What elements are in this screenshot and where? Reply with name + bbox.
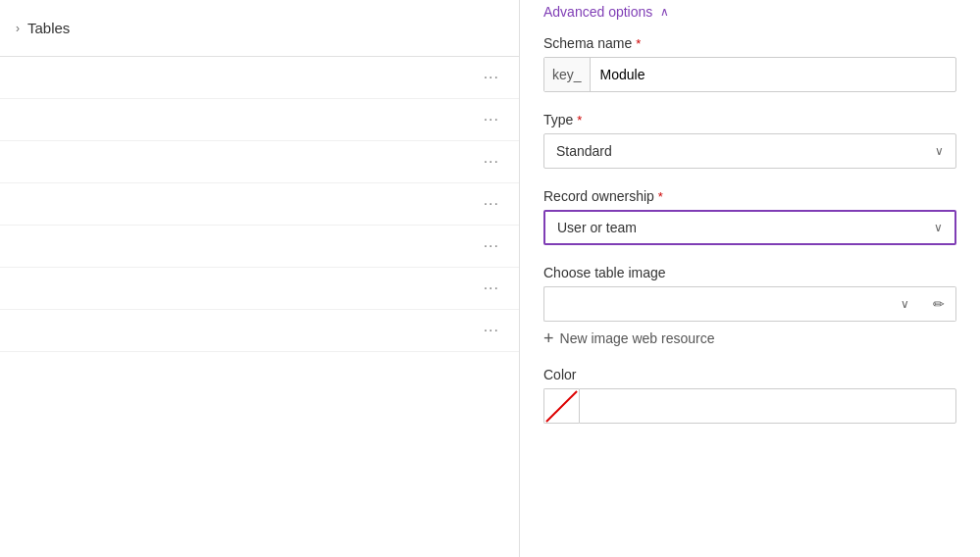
required-indicator: * <box>636 36 641 51</box>
tables-label: Tables <box>27 20 70 36</box>
type-label: Type * <box>543 112 956 127</box>
new-image-link[interactable]: + New image web resource <box>543 329 956 347</box>
record-ownership-label: Record ownership * <box>543 188 956 204</box>
list-item: ··· <box>0 183 519 226</box>
color-input[interactable] <box>579 388 956 424</box>
advanced-options-toggle[interactable]: Advanced options ∧ <box>543 0 956 35</box>
plus-icon: + <box>543 329 554 347</box>
schema-name-input[interactable] <box>591 67 955 82</box>
row-menu-icon[interactable]: ··· <box>484 195 499 213</box>
required-indicator: * <box>577 113 582 127</box>
color-row <box>543 388 956 424</box>
new-image-label: New image web resource <box>560 330 715 346</box>
list-item: ··· <box>0 141 519 183</box>
type-dropdown-value: Standard <box>556 143 612 159</box>
row-menu-icon[interactable]: ··· <box>484 153 499 171</box>
choose-table-image-group: Choose table image ∨ ✏ + New image web r… <box>543 265 956 347</box>
dots-rows: ··· ··· ··· ··· ··· ··· ··· <box>0 57 519 352</box>
record-ownership-group: Record ownership * User or team ∨ <box>543 188 956 245</box>
record-ownership-dropdown[interactable]: User or team ∨ <box>543 210 956 245</box>
edit-icon: ✏ <box>933 296 945 312</box>
list-item: ··· <box>0 57 519 99</box>
type-chevron-down-icon: ∨ <box>935 144 944 158</box>
list-item: ··· <box>0 99 519 141</box>
choose-table-image-label: Choose table image <box>543 265 956 280</box>
color-swatch[interactable] <box>543 388 579 424</box>
required-indicator: * <box>658 189 663 204</box>
list-item: ··· <box>0 226 519 268</box>
list-item: ··· <box>0 310 519 352</box>
row-menu-icon[interactable]: ··· <box>484 237 499 255</box>
schema-name-group: Schema name * key_ <box>543 35 956 92</box>
left-panel: › Tables ··· ··· ··· ··· ··· ··· ··· <box>0 0 520 557</box>
schema-name-label: Schema name * <box>543 35 956 51</box>
color-group: Color <box>543 367 956 424</box>
color-label: Color <box>543 367 956 382</box>
row-menu-icon[interactable]: ··· <box>484 322 499 339</box>
type-group: Type * Standard ∨ <box>543 112 956 169</box>
row-menu-icon[interactable]: ··· <box>484 69 499 86</box>
right-panel: Advanced options ∧ Schema name * key_ Ty… <box>520 0 980 557</box>
list-item: ··· <box>0 268 519 310</box>
record-ownership-chevron-down-icon: ∨ <box>934 221 943 234</box>
table-image-chevron-down-icon: ∨ <box>901 297 909 311</box>
tables-section[interactable]: › Tables <box>0 0 519 56</box>
tables-expand-icon[interactable]: › <box>16 22 20 35</box>
advanced-options-chevron-icon: ∧ <box>660 5 669 19</box>
schema-name-input-container: key_ <box>543 57 956 92</box>
schema-prefix: key_ <box>544 58 591 91</box>
row-menu-icon[interactable]: ··· <box>484 111 499 128</box>
row-menu-icon[interactable]: ··· <box>484 279 499 297</box>
type-dropdown[interactable]: Standard ∨ <box>543 133 956 169</box>
table-image-edit-button[interactable]: ✏ <box>921 286 956 322</box>
advanced-options-label: Advanced options <box>543 4 652 20</box>
table-image-dropdown[interactable]: ∨ <box>543 286 921 322</box>
record-ownership-value: User or team <box>557 220 637 235</box>
table-image-row: ∨ ✏ <box>543 286 956 322</box>
